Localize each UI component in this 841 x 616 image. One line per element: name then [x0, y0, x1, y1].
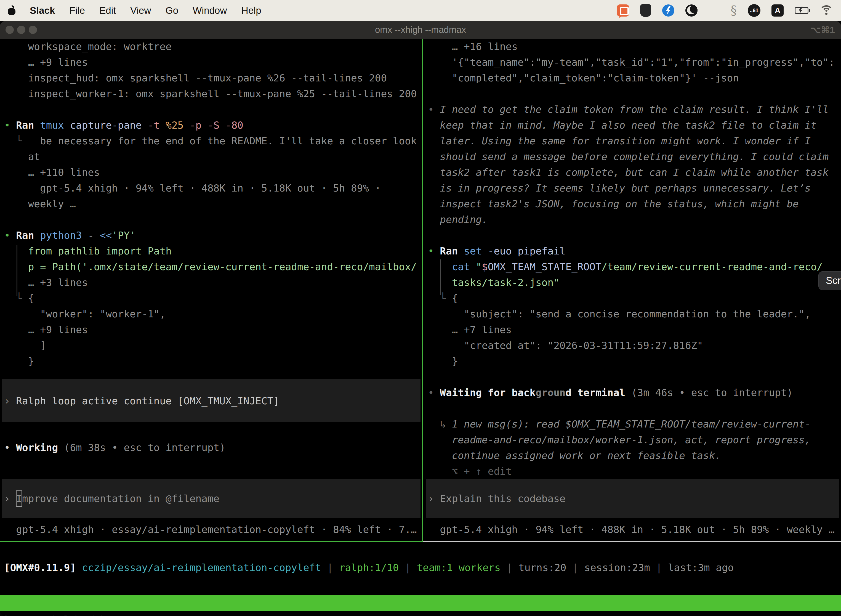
terminal-line: • I need to get the claim token from the… [428, 101, 841, 117]
screen: Slack File Edit View Go Window Help § ..… [0, 0, 841, 616]
wifi-icon[interactable] [819, 5, 833, 16]
terminal-line: } [428, 353, 841, 369]
tmux-pane-right[interactable]: … +16 lines'{"team_name":"my-team","task… [424, 39, 841, 541]
terminal-line: cat "$OMX_TEAM_STATE_ROOT/team/review-cu… [428, 259, 841, 274]
terminal-line: ↳ 1 new msg(s): read $OMX_TEAM_STATE_ROO… [428, 416, 841, 432]
keypad-icon[interactable] [640, 4, 651, 17]
chat-app-icon[interactable] [617, 4, 629, 16]
menu-window[interactable]: Window [193, 5, 227, 16]
menu-bar: Slack File Edit View Go Window Help § ..… [0, 0, 841, 21]
prompt-input-right[interactable]: › Explain this codebase [426, 479, 839, 518]
terminal-line: "created_at": "2026-03-31T11:59:27.816Z" [428, 337, 841, 353]
terminal-line: inspect task2's JSON, focusing on the st… [428, 196, 841, 212]
terminal-output-right: … +16 lines'{"team_name":"my-team","task… [428, 39, 841, 479]
terminal-line: weekly … [4, 196, 423, 212]
ralph-loop-banner: › Ralph loop active continue [OMX_TMUX_I… [2, 379, 420, 422]
terminal-line: '{"team_name":"my-team","task_id":"1","f… [428, 54, 841, 70]
window-titlebar[interactable]: omx --xhigh --madmax ⌥⌘1 [0, 21, 841, 39]
terminal-line: } [4, 353, 423, 369]
tmux-session-window: [omx-cczip0:bash* [3, 611, 104, 616]
terminal-line: tasks/task-2.json" [428, 274, 841, 290]
hook-icon[interactable]: § [731, 4, 737, 16]
bolt-badge-icon[interactable] [662, 4, 674, 16]
terminal-line: gpt-5.4 xhigh · 94% left · 488K in · 5.1… [4, 180, 423, 196]
terminal-line: workspace_mode: worktree [4, 39, 423, 54]
model-status-left: gpt-5.4 xhigh · essay/ai-reimplementatio… [4, 522, 417, 537]
battery-icon[interactable] [795, 7, 809, 14]
tmux-status-bar: [omx-cczip0:bash* "MacBook-Pro-44.local"… [0, 595, 841, 611]
terminal-line: inspect_worker-1: omx sparkshell --tmux-… [4, 86, 423, 101]
input-source-icon[interactable]: A [771, 4, 784, 16]
menu-view[interactable]: View [130, 5, 151, 16]
terminal-line: continue assigned work or next feasible … [428, 448, 841, 463]
menu-bar-status-icons: § ..61 A [617, 4, 833, 17]
omx-status-line: [OMX#0.11.9] cczip/essay/ai-reimplementa… [4, 560, 734, 575]
indent-guide [440, 260, 441, 295]
pane-border-inactive [423, 541, 841, 542]
pane-divider[interactable] [422, 39, 423, 541]
prompt-input-left[interactable]: › Improve documentation in @filename [2, 479, 420, 518]
menu-go[interactable]: Go [165, 5, 178, 16]
terminal-line: pending. [428, 212, 841, 227]
input-placeholder: Explain this codebase [440, 493, 566, 504]
terminal-line: "completed","claim_token":"claim-token"}… [428, 70, 841, 86]
terminal-line: … +9 lines [4, 54, 423, 70]
terminal-line: from pathlib import Path [4, 243, 423, 259]
terminal-line: • Ran python3 - <<'PY' [4, 227, 423, 243]
window-shortcut-badge: ⌥⌘1 [810, 21, 835, 39]
tmux-pane-left[interactable]: workspace_mode: worktree… +9 linesinspec… [0, 39, 423, 541]
terminal-line: • Ran tmux capture-pane -t %25 -p -S -80 [4, 117, 423, 133]
dots-grid-icon[interactable] [709, 5, 719, 16]
input-placeholder: mprove documentation in @filename [22, 493, 219, 504]
terminal-line: • Ran set -euo pipefail [428, 243, 841, 259]
terminal-line: └ { [4, 290, 423, 306]
ralph-loop-text: Ralph loop active continue [OMX_TMUX_INJ… [16, 395, 279, 406]
terminal-line: keep that in mind. Maybe I also need the… [428, 117, 841, 133]
terminal-line: ⌥ + ↑ edit [428, 463, 841, 479]
terminal-line: … +110 lines [4, 164, 423, 180]
terminal-line: └ { [428, 290, 841, 306]
traffic-lights [6, 21, 37, 39]
blank-line [4, 212, 423, 227]
terminal-output-left: workspace_mode: worktree… +9 linesinspec… [4, 39, 423, 369]
chevron-prompt-icon: › [4, 493, 16, 504]
close-button[interactable] [6, 26, 14, 34]
blank-line [428, 86, 841, 101]
indent-guide [16, 245, 18, 296]
terminal-line: … +3 lines [4, 274, 423, 290]
terminal-line: should send a message before completing … [428, 149, 841, 164]
terminal-line: └ be necessary for the end of the README… [4, 133, 423, 149]
app-menu-title[interactable]: Slack [30, 5, 55, 16]
terminal-body: workspace_mode: worktree… +9 linesinspec… [0, 39, 841, 616]
working-status: • Working (6m 38s • esc to interrupt) [4, 440, 226, 455]
terminal-line: task2 after task1 is complete, but can I… [428, 164, 841, 180]
terminal-line: at [4, 149, 423, 164]
window-title: omx --xhigh --madmax [375, 25, 466, 35]
percent-badge-icon[interactable]: ..61 [748, 4, 760, 17]
model-status-right: gpt-5.4 xhigh · 94% left · 488K in · 5.1… [428, 522, 835, 537]
terminal-line: "subject": "send a concise recommendatio… [428, 306, 841, 322]
terminal-line: inspect_hud: omx sparkshell --tmux-pane … [4, 70, 423, 86]
terminal-line: "worker": "worker-1", [4, 306, 423, 322]
menu-help[interactable]: Help [242, 5, 261, 16]
minimize-button[interactable] [17, 26, 25, 34]
chevron-prompt-icon: › [428, 493, 440, 504]
terminal-line: ] [4, 337, 423, 353]
terminal-line: … +7 lines [428, 322, 841, 337]
terminal-line: later. Using the same for transition mig… [428, 133, 841, 149]
apple-menu-icon[interactable] [8, 6, 15, 15]
terminal-line: … +9 lines [4, 322, 423, 337]
terminal-line: p = Path('.omx/state/team/review-current… [4, 259, 423, 274]
pane-border-active [0, 541, 423, 542]
terminal-line: … +16 lines [428, 39, 841, 54]
screenshot-tooltip: Scre [818, 271, 841, 290]
blank-line [4, 101, 423, 117]
terminal-line: • Waiting for background terminal (3m 46… [428, 385, 841, 400]
menu-edit[interactable]: Edit [99, 5, 116, 16]
chevron-prompt-icon: › [4, 395, 16, 406]
menu-file[interactable]: File [69, 5, 85, 16]
moon-badge-icon[interactable] [686, 4, 697, 16]
zoom-button[interactable] [29, 26, 37, 34]
terminal-line: is in progress? It seems likely but perh… [428, 180, 841, 196]
blank-line [428, 369, 841, 385]
